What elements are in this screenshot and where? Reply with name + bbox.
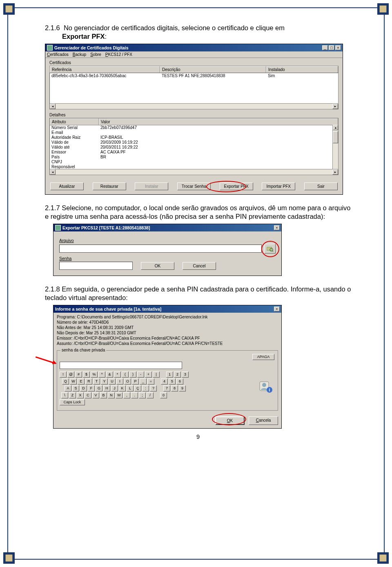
keyboard-key[interactable]: F (88, 385, 95, 391)
menu-certificados[interactable]: Certificados (47, 52, 69, 57)
scrollbar-horizontal[interactable]: ◂ ▸ (50, 169, 338, 175)
cancela-button[interactable]: Cancela (249, 416, 278, 425)
apaga-key[interactable]: APAGA (252, 354, 274, 360)
table-row[interactable]: CNPJ (50, 160, 338, 165)
keyboard-key[interactable]: U (109, 378, 116, 385)
scroll-up-icon[interactable]: ▴ (333, 125, 338, 130)
importar-pfx-button[interactable]: Importar PFX (262, 182, 295, 190)
menu-backup[interactable]: Backup (73, 52, 86, 57)
numpad-key[interactable]: 5 (169, 378, 176, 385)
col-descricao[interactable]: Descrição (160, 66, 266, 73)
keyboard-key[interactable]: D (80, 385, 87, 391)
keyboard-key[interactable]: . (131, 392, 138, 398)
keyboard-key[interactable]: ) (129, 371, 136, 378)
numpad-key[interactable]: 8 (171, 385, 178, 391)
close-button[interactable]: × (274, 225, 280, 230)
pin-input[interactable] (60, 362, 182, 369)
numpad-key[interactable]: 2 (174, 371, 181, 378)
table-row[interactable]: Número Serial2bb72eb07d396d47 (50, 125, 338, 130)
keyboard-key[interactable]: = (147, 378, 154, 385)
keyboard-key[interactable]: Q (62, 378, 69, 385)
keyboard-key[interactable]: E (78, 378, 85, 385)
col-valor[interactable]: Valor (99, 118, 338, 125)
numpad-key[interactable]: 7 (163, 385, 170, 391)
titlebar[interactable]: Gerenciador de Certificados Digitais _ □… (45, 44, 343, 51)
atualizar-button[interactable]: Atualizar (50, 182, 84, 190)
restaurar-button[interactable]: Restaurar (93, 182, 126, 190)
close-button[interactable]: × (274, 307, 280, 311)
scroll-right-icon[interactable]: ▸ (332, 169, 338, 175)
numpad-key[interactable]: 6 (176, 378, 183, 385)
keyboard-key[interactable]: B (100, 392, 107, 398)
keyboard-key[interactable]: | (153, 371, 160, 378)
browse-button[interactable] (264, 244, 276, 253)
keyboard-key[interactable]: : (142, 385, 149, 391)
cancel-button[interactable]: Cancel (183, 262, 216, 270)
titlebar[interactable]: Exportar PKCS12 [TESTE A1:28805418838] × (53, 224, 281, 231)
numpad-key[interactable]: 3 (182, 371, 189, 378)
keyboard-key[interactable]: V (92, 392, 99, 398)
keyboard-key[interactable]: ? (150, 385, 157, 391)
scroll-thumb[interactable] (333, 131, 338, 143)
keyboard-key[interactable]: @ (67, 371, 74, 378)
keyboard-key[interactable]: & (106, 371, 113, 378)
keyboard-key[interactable]: S (72, 385, 79, 391)
keyboard-key[interactable]: / (147, 392, 154, 398)
keyboard-key[interactable]: G (96, 385, 102, 391)
keyboard-key[interactable]: + (145, 371, 152, 378)
details-list[interactable]: Atributo Valor Número Serial2bb72eb07d39… (49, 118, 339, 175)
arquivo-input[interactable] (59, 245, 262, 253)
keyboard-key[interactable]: - (137, 371, 144, 378)
keyboard-key[interactable]: R (85, 378, 92, 385)
table-row[interactable]: Autoridade RaizICP-BRASIL (50, 135, 338, 140)
keyboard-key[interactable]: % (91, 371, 98, 378)
keyboard-key[interactable]: J (111, 385, 118, 391)
keyboard-key[interactable]: _ (140, 378, 147, 385)
col-referencia[interactable]: Referência (50, 66, 160, 73)
keyboard-key[interactable]: T (93, 378, 100, 385)
keyboard-key[interactable]: C (85, 392, 91, 398)
keyboard-key[interactable]: * (114, 371, 121, 378)
table-row[interactable]: d85efebc-cfc3-49a3-9e1d-70360505abac TES… (50, 73, 338, 78)
keyboard-key[interactable]: ^ (98, 371, 105, 378)
scroll-left-icon[interactable]: ◂ (50, 169, 56, 175)
table-row[interactable]: Válido até20/03/2011 16:29:22 (50, 145, 338, 150)
keyboard-key[interactable]: P (132, 378, 139, 385)
keyboard-key[interactable]: H (103, 385, 110, 391)
keyboard-key[interactable]: K (119, 385, 126, 391)
keyboard-key[interactable]: Ç (134, 385, 141, 391)
keyboard-key[interactable]: ; (139, 392, 146, 398)
keyboard-key[interactable]: I (116, 378, 123, 385)
scrollbar-horizontal[interactable]: ◂ ▸ (50, 103, 338, 109)
keyboard-key[interactable]: ! (60, 371, 67, 378)
keyboard-key[interactable]: N (108, 392, 115, 398)
scrollbar-vertical[interactable]: ▴ (332, 125, 338, 169)
trocar-senha-button[interactable]: Trocar Senha (177, 182, 211, 190)
keyboard-key[interactable]: \ (61, 392, 68, 398)
numpad-key[interactable]: 1 (166, 371, 173, 378)
capslock-key[interactable]: Caps Lock (60, 399, 85, 405)
keyboard-key[interactable]: M (116, 392, 122, 398)
keyboard-key[interactable]: W (70, 378, 77, 385)
keyboard-key[interactable]: Z (69, 392, 76, 398)
keyboard-key[interactable]: L (127, 385, 134, 391)
keyboard-key[interactable]: ( (122, 371, 129, 378)
scroll-right-icon[interactable]: ▸ (332, 104, 338, 109)
numpad-key[interactable]: 9 (179, 385, 186, 391)
titlebar[interactable]: Informe a senha de sua chave privada [1a… (53, 305, 281, 313)
keyboard-key[interactable]: Y (101, 378, 108, 385)
keyboard-key[interactable]: $ (83, 371, 90, 378)
ok-button[interactable]: OK (141, 262, 174, 270)
close-button[interactable]: × (335, 45, 341, 50)
keyboard-key[interactable]: , (123, 392, 130, 398)
sair-button[interactable]: Sair (304, 182, 338, 190)
numpad-key[interactable]: 4 (161, 378, 168, 385)
col-atributo[interactable]: Atributo (50, 118, 99, 125)
menu-sobre[interactable]: Sobre (90, 52, 101, 57)
table-row[interactable]: PaísBR (50, 155, 338, 160)
menu-pkcs12[interactable]: PKCS12 / PFX (105, 52, 132, 57)
senha-input[interactable] (59, 262, 133, 270)
maximize-button[interactable]: □ (329, 45, 334, 50)
scroll-left-icon[interactable]: ◂ (50, 104, 56, 109)
keyboard-key[interactable]: # (75, 371, 82, 378)
